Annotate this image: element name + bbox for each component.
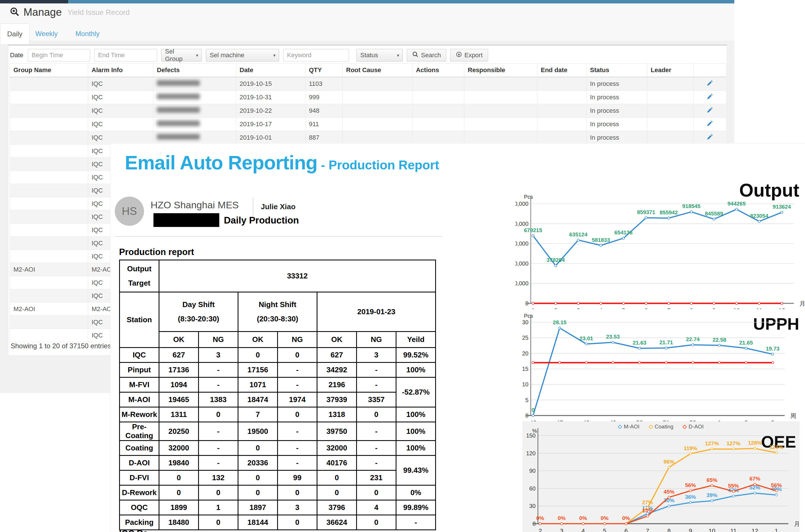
- edit-pencil-icon[interactable]: [707, 133, 713, 140]
- table-row: IQC2019-10-31999In process: [10, 91, 726, 104]
- svg-text:5: 5: [525, 397, 528, 403]
- table-cell: 887: [305, 131, 343, 145]
- value-cell: -: [278, 456, 317, 471]
- upph-plot: 05101520253046474849505152123周Pcs028.152…: [515, 312, 805, 422]
- blurred-text: [157, 80, 200, 86]
- clipped-next-section: IQC Re: [119, 528, 148, 532]
- shift-subheader: NG: [278, 332, 317, 348]
- yield-cell: 99.89%: [396, 500, 436, 515]
- keyword-input[interactable]: [283, 49, 349, 61]
- svg-text:11: 11: [756, 307, 762, 309]
- table-cell: [343, 104, 413, 118]
- value-cell: 0: [199, 515, 238, 530]
- production-report-table: Output Target 33312 Station Day Shift(8:…: [119, 260, 436, 530]
- table-cell: 911: [305, 118, 343, 131]
- svg-text:月: 月: [800, 301, 805, 307]
- svg-text:9: 9: [712, 307, 716, 309]
- table-cell: IQC: [88, 91, 153, 104]
- defects-cell: [153, 77, 236, 91]
- value-cell: 17156: [238, 363, 278, 378]
- table-cell: [10, 276, 88, 289]
- search-button[interactable]: Search: [407, 49, 446, 61]
- station-row: Coating32000-0-32000-100%: [120, 441, 436, 456]
- report-title: Email Auto Reporting - Production Report: [125, 151, 439, 174]
- edit-pencil-icon[interactable]: [707, 79, 713, 87]
- svg-text:0%: 0%: [558, 515, 566, 521]
- table-cell: [10, 250, 88, 263]
- page-title: Manage: [23, 6, 62, 18]
- column-header: Alarm Info: [88, 63, 153, 77]
- defects-cell: [153, 91, 236, 104]
- chevron-down-icon: ▾: [273, 53, 275, 58]
- table-cell: [10, 329, 88, 342]
- begin-time-input[interactable]: [28, 49, 90, 61]
- table-cell: [647, 118, 694, 131]
- export-button[interactable]: Export: [450, 49, 488, 61]
- machine-select[interactable]: Sel machine▾: [206, 49, 279, 61]
- table-cell: [464, 131, 537, 145]
- value-cell: -: [278, 378, 317, 392]
- svg-text:2: 2: [554, 307, 557, 309]
- value-cell: 36624: [317, 515, 357, 530]
- avatar: HS: [115, 196, 144, 226]
- output-target-value: 33312: [159, 260, 436, 292]
- table-cell: In process: [586, 77, 647, 91]
- shift-subheader: OK: [159, 332, 199, 348]
- end-time-input[interactable]: [94, 49, 157, 61]
- edit-pencil-icon[interactable]: [707, 120, 713, 127]
- svg-text:22.74: 22.74: [686, 336, 700, 342]
- svg-text:121%: 121%: [769, 444, 784, 450]
- tab-daily[interactable]: Daily: [0, 23, 30, 44]
- edit-pencil-icon[interactable]: [707, 107, 713, 113]
- value-cell: 34292: [317, 363, 357, 378]
- value-cell: 3: [199, 348, 238, 363]
- table-cell: [537, 104, 586, 118]
- yield-cell: 100%: [396, 363, 436, 378]
- value-cell: 20250: [159, 422, 199, 441]
- yield-cell: 99.43%: [396, 456, 436, 486]
- svg-text:39%: 39%: [707, 492, 717, 498]
- row-actions-cell: [694, 118, 726, 131]
- group-select[interactable]: Sel Group▾: [161, 49, 202, 61]
- svg-text:5: 5: [603, 528, 606, 532]
- svg-text:22.58: 22.58: [713, 337, 726, 343]
- email-subject: Daily Production: [224, 215, 299, 226]
- table-cell: [10, 316, 88, 329]
- upph-chart: UPPH 05101520253046474849505152123周Pcs02…: [515, 312, 805, 422]
- value-cell: 0: [199, 407, 238, 422]
- divider: [253, 197, 254, 215]
- svg-text:8: 8: [690, 307, 693, 309]
- table-cell: [10, 171, 88, 184]
- svg-text:10: 10: [709, 528, 715, 532]
- value-cell: 18474: [238, 392, 278, 407]
- svg-text:918545: 918545: [682, 203, 700, 209]
- column-header: Responsible: [464, 63, 537, 77]
- svg-text:10: 10: [733, 307, 740, 309]
- blurred-text: [157, 107, 200, 113]
- edit-pencil-icon[interactable]: [707, 93, 713, 100]
- table-cell: 2019-10-15: [236, 77, 305, 91]
- svg-text:27%: 27%: [642, 499, 653, 506]
- svg-text:11: 11: [730, 528, 736, 532]
- svg-text:7: 7: [646, 528, 649, 532]
- tab-weekly[interactable]: Weekly: [30, 30, 70, 38]
- value-cell: -: [357, 378, 396, 392]
- day-shift-header: Day Shift(8:30-20:30): [159, 292, 238, 332]
- table-cell: [10, 224, 88, 237]
- status-select[interactable]: Status▾: [356, 49, 403, 61]
- value-cell: 0: [357, 407, 396, 422]
- svg-text:96%: 96%: [663, 459, 674, 465]
- svg-text:25: 25: [522, 335, 528, 341]
- station-row: IQC627300627399.52%: [120, 348, 436, 363]
- night-shift-header: Night Shift(20:30-8:30): [238, 292, 317, 332]
- value-cell: 0: [238, 348, 278, 363]
- table-cell: [537, 118, 586, 131]
- value-cell: -: [199, 363, 238, 378]
- tab-monthly[interactable]: Monthly: [70, 30, 112, 38]
- value-cell: 3357: [357, 392, 396, 407]
- svg-text:23.53: 23.53: [606, 334, 620, 340]
- column-header: QTY: [305, 63, 343, 77]
- table-cell: IQC: [88, 131, 153, 145]
- chevron-down-icon: ▾: [397, 53, 399, 58]
- svg-text:0%: 0%: [601, 515, 609, 521]
